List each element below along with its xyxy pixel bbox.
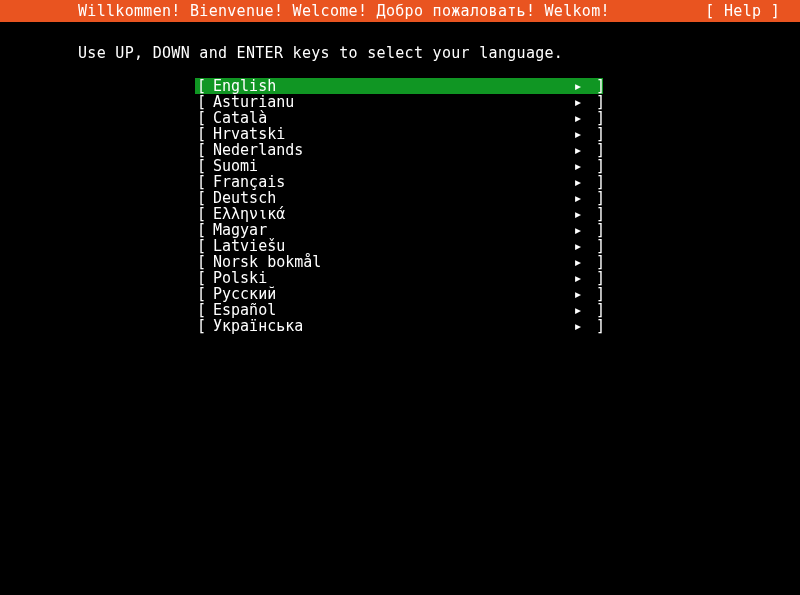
- language-label: Español: [213, 302, 569, 318]
- bracket-close: ]: [587, 238, 603, 254]
- language-list: [ English▸ ][ Asturianu▸ ][ Català▸ ][ H…: [195, 78, 603, 334]
- bracket-open: [: [195, 286, 213, 302]
- submenu-arrow-icon: ▸: [569, 158, 587, 174]
- bracket-close: ]: [587, 302, 603, 318]
- language-item[interactable]: [ Català▸ ]: [195, 110, 603, 126]
- help-button[interactable]: [ Help ]: [705, 0, 780, 22]
- language-label: Latviešu: [213, 238, 569, 254]
- bracket-close: ]: [587, 158, 603, 174]
- submenu-arrow-icon: ▸: [569, 318, 587, 334]
- bracket-open: [: [195, 110, 213, 126]
- bracket-open: [: [195, 190, 213, 206]
- bracket-close: ]: [587, 270, 603, 286]
- bracket-close: ]: [587, 174, 603, 190]
- submenu-arrow-icon: ▸: [569, 174, 587, 190]
- language-item[interactable]: [ Magyar▸ ]: [195, 222, 603, 238]
- bracket-open: [: [195, 302, 213, 318]
- language-label: Suomi: [213, 158, 569, 174]
- instruction-text: Use UP, DOWN and ENTER keys to select yo…: [0, 22, 800, 62]
- submenu-arrow-icon: ▸: [569, 270, 587, 286]
- bracket-close: ]: [587, 126, 603, 142]
- language-item[interactable]: [ Deutsch▸ ]: [195, 190, 603, 206]
- language-label: Nederlands: [213, 142, 569, 158]
- language-item[interactable]: [ Suomi▸ ]: [195, 158, 603, 174]
- language-item[interactable]: [ Русский▸ ]: [195, 286, 603, 302]
- submenu-arrow-icon: ▸: [569, 302, 587, 318]
- language-label: Magyar: [213, 222, 569, 238]
- bracket-open: [: [195, 270, 213, 286]
- submenu-arrow-icon: ▸: [569, 238, 587, 254]
- language-item[interactable]: [ Polski▸ ]: [195, 270, 603, 286]
- header-bar: Willkommen! Bienvenue! Welcome! Добро по…: [0, 0, 800, 22]
- language-label: Asturianu: [213, 94, 569, 110]
- language-label: Ελληνικά: [213, 206, 569, 222]
- bracket-open: [: [195, 142, 213, 158]
- language-item[interactable]: [ Nederlands▸ ]: [195, 142, 603, 158]
- language-item[interactable]: [ Norsk bokmål▸ ]: [195, 254, 603, 270]
- language-label: Français: [213, 174, 569, 190]
- submenu-arrow-icon: ▸: [569, 78, 587, 94]
- submenu-arrow-icon: ▸: [569, 94, 587, 110]
- submenu-arrow-icon: ▸: [569, 126, 587, 142]
- language-label: Norsk bokmål: [213, 254, 569, 270]
- submenu-arrow-icon: ▸: [569, 110, 587, 126]
- bracket-close: ]: [587, 78, 603, 94]
- bracket-open: [: [195, 238, 213, 254]
- language-item[interactable]: [ English▸ ]: [195, 78, 603, 94]
- language-item[interactable]: [ Latviešu▸ ]: [195, 238, 603, 254]
- bracket-open: [: [195, 126, 213, 142]
- bracket-open: [: [195, 222, 213, 238]
- bracket-close: ]: [587, 222, 603, 238]
- bracket-open: [: [195, 78, 213, 94]
- bracket-open: [: [195, 158, 213, 174]
- language-label: English: [213, 78, 569, 94]
- submenu-arrow-icon: ▸: [569, 190, 587, 206]
- header-title: Willkommen! Bienvenue! Welcome! Добро по…: [78, 0, 610, 22]
- language-label: Deutsch: [213, 190, 569, 206]
- language-item[interactable]: [ Español▸ ]: [195, 302, 603, 318]
- submenu-arrow-icon: ▸: [569, 254, 587, 270]
- bracket-close: ]: [587, 94, 603, 110]
- bracket-open: [: [195, 206, 213, 222]
- language-item[interactable]: [ Asturianu▸ ]: [195, 94, 603, 110]
- submenu-arrow-icon: ▸: [569, 222, 587, 238]
- language-label: Русский: [213, 286, 569, 302]
- language-item[interactable]: [ Français▸ ]: [195, 174, 603, 190]
- submenu-arrow-icon: ▸: [569, 286, 587, 302]
- bracket-close: ]: [587, 110, 603, 126]
- language-item[interactable]: [ Українська▸ ]: [195, 318, 603, 334]
- bracket-close: ]: [587, 318, 603, 334]
- language-item[interactable]: [ Hrvatski▸ ]: [195, 126, 603, 142]
- bracket-open: [: [195, 318, 213, 334]
- language-label: Hrvatski: [213, 126, 569, 142]
- bracket-close: ]: [587, 190, 603, 206]
- language-label: Polski: [213, 270, 569, 286]
- bracket-close: ]: [587, 286, 603, 302]
- bracket-open: [: [195, 254, 213, 270]
- bracket-close: ]: [587, 254, 603, 270]
- submenu-arrow-icon: ▸: [569, 206, 587, 222]
- bracket-open: [: [195, 174, 213, 190]
- bracket-close: ]: [587, 142, 603, 158]
- language-item[interactable]: [ Ελληνικά▸ ]: [195, 206, 603, 222]
- bracket-close: ]: [587, 206, 603, 222]
- language-label: Català: [213, 110, 569, 126]
- bracket-open: [: [195, 94, 213, 110]
- language-label: Українська: [213, 318, 569, 334]
- submenu-arrow-icon: ▸: [569, 142, 587, 158]
